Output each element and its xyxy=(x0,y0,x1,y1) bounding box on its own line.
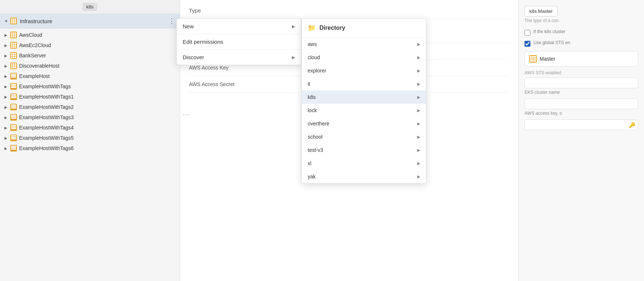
directory-item-explorer-arrow: ▶ xyxy=(417,68,420,73)
master-icon xyxy=(529,55,537,63)
directory-item-xl-arrow: ▶ xyxy=(417,161,420,166)
sidebar-item-awscloud[interactable]: ▶ AwsCloud xyxy=(0,30,180,40)
checkbox-k8s-cluster-label: If the k8s cluster xyxy=(533,29,565,34)
directory-item-aws-arrow: ▶ xyxy=(417,42,420,47)
directory-item-xl[interactable]: xl ▶ xyxy=(302,157,426,170)
discoverablehost-icon xyxy=(10,63,17,69)
directory-item-yak[interactable]: yak ▶ xyxy=(302,170,426,183)
directory-item-cloud[interactable]: cloud ▶ xyxy=(302,51,426,64)
tree-arrow: ▶ xyxy=(4,95,10,99)
examplehostwithtags2-label: ExampleHostWithTags2 xyxy=(19,104,175,110)
examplehostwithtags4-label: ExampleHostWithTags4 xyxy=(19,125,175,131)
directory-item-overthere[interactable]: overthere ▶ xyxy=(302,117,426,130)
sidebar-item-examplehostwithtags2[interactable]: ▶ ExampleHostWithTags2 xyxy=(0,102,180,112)
awsec2cloud-icon xyxy=(10,42,17,49)
awscloud-label: AwsCloud xyxy=(19,32,175,38)
directory-item-explorer[interactable]: explorer ▶ xyxy=(302,64,426,77)
context-menu-edit-permissions-label: Edit permissions xyxy=(183,39,223,45)
directory-item-lock[interactable]: lock ▶ xyxy=(302,104,426,117)
directory-item-it[interactable]: it ▶ xyxy=(302,77,426,90)
sidebar-item-awsec2cloud[interactable]: ▶ AwsEc2Cloud xyxy=(0,40,180,50)
checkbox-global-sts[interactable] xyxy=(525,41,530,47)
sidebar-item-examplehostwithtags4[interactable]: ▶ ExampleHostWithTags4 xyxy=(0,122,180,133)
examplehostwithtags3-icon xyxy=(10,114,17,121)
tree-arrow: ▶ xyxy=(4,54,10,58)
infrastructure-more-button[interactable]: ⋮ xyxy=(168,17,175,25)
examplehostwithtags-label: ExampleHostWithTags xyxy=(19,83,175,89)
checkbox-row-1: If the k8s cluster xyxy=(525,29,638,36)
directory-item-lock-label: lock xyxy=(308,107,317,113)
infrastructure-label: Infrastructure xyxy=(20,18,168,24)
tree-arrow: ▶ xyxy=(4,126,10,130)
password-field-row: 🔑 xyxy=(525,120,638,132)
infrastructure-arrow: ▼ xyxy=(4,19,8,23)
sidebar-item-bankserver[interactable]: ▶ BankServer xyxy=(0,50,180,61)
examplehostwithtags1-label: ExampleHostWithTags1 xyxy=(19,94,175,100)
directory-item-k8s-label: k8s xyxy=(308,94,316,100)
examplehost-icon xyxy=(10,73,17,79)
infrastructure-row[interactable]: ▼ Infrastructure ⋮ xyxy=(0,14,180,28)
directory-item-it-arrow: ▶ xyxy=(417,82,420,86)
directory-item-lock-arrow: ▶ xyxy=(417,108,420,113)
directory-item-overthere-arrow: ▶ xyxy=(417,121,420,126)
examplehost-label: ExampleHost xyxy=(19,73,175,79)
context-menu-discover[interactable]: Discover ▶ xyxy=(177,50,301,65)
type-label: Type xyxy=(189,7,201,14)
tree-arrow: ▶ xyxy=(4,74,10,78)
directory-item-it-label: it xyxy=(308,81,310,87)
sidebar-item-examplehostwithtags5[interactable]: ▶ ExampleHostWithTags5 xyxy=(0,133,180,143)
eks-cluster-input[interactable] xyxy=(525,78,638,88)
context-menu-new-arrow: ▶ xyxy=(292,24,295,29)
directory-item-aws[interactable]: aws ▶ xyxy=(302,38,426,51)
aws-secret-input[interactable] xyxy=(525,120,638,130)
k8s-badge: k8s xyxy=(83,3,97,11)
field-dots-2: ⋮ xyxy=(182,111,191,120)
directory-item-aws-label: aws xyxy=(308,41,317,47)
sidebar-item-examplehost[interactable]: ▶ ExampleHost xyxy=(0,71,180,81)
examplehostwithtags6-icon xyxy=(10,145,17,152)
aws-access-key-input[interactable] xyxy=(525,99,638,109)
tree-arrow: ▶ xyxy=(4,64,10,68)
type-value-badge: k8s.Master xyxy=(525,6,558,17)
checkbox-global-sts-label: Use global STS en xyxy=(533,40,570,45)
directory-item-explorer-label: explorer xyxy=(308,68,326,74)
sidebar-item-examplehostwithtags6[interactable]: ▶ ExampleHostWithTags6 xyxy=(0,143,180,153)
examplehostwithtags5-label: ExampleHostWithTags5 xyxy=(19,135,175,141)
checkbox-k8s-cluster[interactable] xyxy=(525,30,530,36)
sidebar-item-examplehostwithtags[interactable]: ▶ ExampleHostWithTags xyxy=(0,81,180,92)
examplehostwithtags4-icon xyxy=(10,124,17,131)
sidebar-item-examplehostwithtags3[interactable]: ▶ ExampleHostWithTags3 xyxy=(0,112,180,122)
tree-arrow: ▶ xyxy=(4,43,10,47)
sidebar-tree: ▶ AwsCloud ▶ AwsEc2Cloud ▶ xyxy=(0,28,180,155)
directory-title: Directory xyxy=(319,25,345,31)
master-label: Master xyxy=(540,56,555,62)
directory-item-overthere-label: overthere xyxy=(308,121,329,127)
sidebar-item-discoverablehost[interactable]: ▶ DiscoverableHost xyxy=(0,61,180,71)
sidebar-item-examplehostwithtags1[interactable]: ▶ ExampleHostWithTags1 xyxy=(0,92,180,102)
aws-access-key-label: AWS access key, o xyxy=(525,111,638,116)
sts-enabled-label: AWS STS enabled xyxy=(525,70,638,75)
master-card[interactable]: Master xyxy=(525,51,638,67)
directory-item-yak-label: yak xyxy=(308,174,316,179)
awscloud-icon xyxy=(10,32,17,38)
examplehostwithtags1-icon xyxy=(10,93,17,100)
tree-arrow: ▶ xyxy=(4,136,10,140)
directory-item-test-v3[interactable]: test-v3 ▶ xyxy=(302,143,426,157)
awsec2cloud-label: AwsEc2Cloud xyxy=(19,42,175,48)
context-menu-new[interactable]: New ▶ xyxy=(177,19,301,34)
directory-item-test-v3-label: test-v3 xyxy=(308,147,323,153)
directory-item-cloud-arrow: ▶ xyxy=(417,55,420,60)
context-menu-edit-permissions[interactable]: Edit permissions xyxy=(177,34,301,50)
directory-item-cloud-label: cloud xyxy=(308,54,320,60)
password-toggle-icon[interactable]: 🔑 xyxy=(629,122,635,128)
directory-item-k8s[interactable]: k8s ▶ xyxy=(302,90,426,104)
context-menu: New ▶ Edit permissions Discover ▶ xyxy=(176,18,301,65)
tree-arrow: ▶ xyxy=(4,105,10,109)
eks-cluster-input-label: EKS cluster name xyxy=(525,90,638,95)
type-description: The type of a con xyxy=(525,18,638,23)
sidebar: k8s ▼ Infrastructure ⋮ ▶ AwsCloud ▶ xyxy=(0,0,180,281)
directory-item-school-label: school xyxy=(308,134,322,140)
directory-item-school[interactable]: school ▶ xyxy=(302,130,426,143)
examplehostwithtags-icon xyxy=(10,83,17,90)
directory-item-yak-arrow: ▶ xyxy=(417,174,420,179)
